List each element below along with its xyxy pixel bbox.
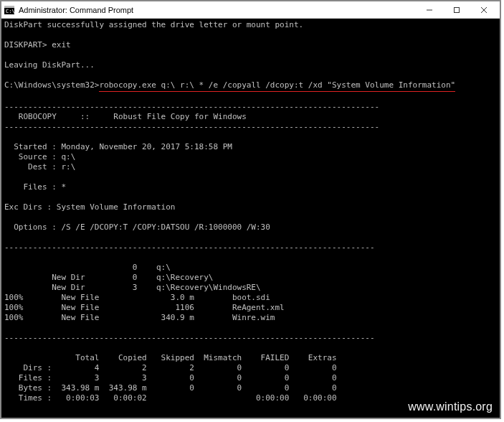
maximize-button[interactable] [448,3,465,17]
stats-bytes: Bytes : 343.98 m 343.98 m 0 0 0 0 [4,383,337,393]
stats-files: Files : 3 3 0 0 0 0 [4,373,337,383]
stats-times: Times : 0:00:03 0:00:02 0:00:00 0:00:00 [4,393,337,403]
output-line: ----------------------------------------… [4,102,379,111]
output-line: ROBOCOPY :: Robust File Copy for Windows [4,112,247,121]
robocopy-command: robocopy.exe q:\ r:\ * /e /copyall /dcop… [99,80,455,92]
output-line: DISKPART> exit [4,40,71,50]
close-button[interactable] [475,3,493,17]
output-line: Files : * [4,182,66,192]
titlebar: C:\ Administrator: Command Prompt [1,1,500,19]
output-line: 100% New File 340.9 m Winre.wim [4,313,275,322]
stats-dirs: Dirs : 4 2 2 0 0 0 [4,363,337,372]
output-line: ----------------------------------------… [4,333,375,342]
output-line: 100% New File 3.0 m boot.sdi [4,293,270,302]
watermark: www.wintips.org [408,400,493,413]
output-line: Exc Dirs : System Volume Information [4,202,175,212]
output-line: ----------------------------------------… [4,243,375,252]
terminal-output[interactable]: DiskPart successfully assigned the drive… [1,19,500,419]
output-line: Started : Monday, November 20, 2017 5:18… [4,142,232,151]
output-line: Leaving DiskPart... [4,60,95,70]
output-line: Options : /S /E /DCOPY:T /COPY:DATSOU /R… [4,222,270,232]
svg-text:C:\: C:\ [6,9,14,14]
cmd-icon: C:\ [4,5,14,15]
output-line: ----------------------------------------… [4,122,379,131]
output-line: New Dir 3 q:\Recovery\WindowsRE\ [4,283,261,292]
minimize-button[interactable] [421,3,438,17]
svg-rect-4 [455,7,460,12]
output-line: New Dir 0 q:\Recovery\ [4,273,213,282]
window-controls [421,3,497,17]
output-line: 0 q:\ [4,263,171,272]
output-line: Dest : r:\ [4,162,75,172]
output-line: DiskPart successfully assigned the drive… [4,20,303,29]
output-line: 100% New File 1106 ReAgent.xml [4,303,285,312]
command-prompt-window: C:\ Administrator: Command Prompt DiskPa… [0,0,501,419]
prompt-text: C:\Windows\system32> [4,80,99,90]
output-line: Source : q:\ [4,152,75,161]
svg-rect-1 [4,6,14,8]
window-title: Administrator: Command Prompt [19,6,421,14]
stats-header: Total Copied Skipped Mismatch FAILED Ext… [4,353,337,362]
